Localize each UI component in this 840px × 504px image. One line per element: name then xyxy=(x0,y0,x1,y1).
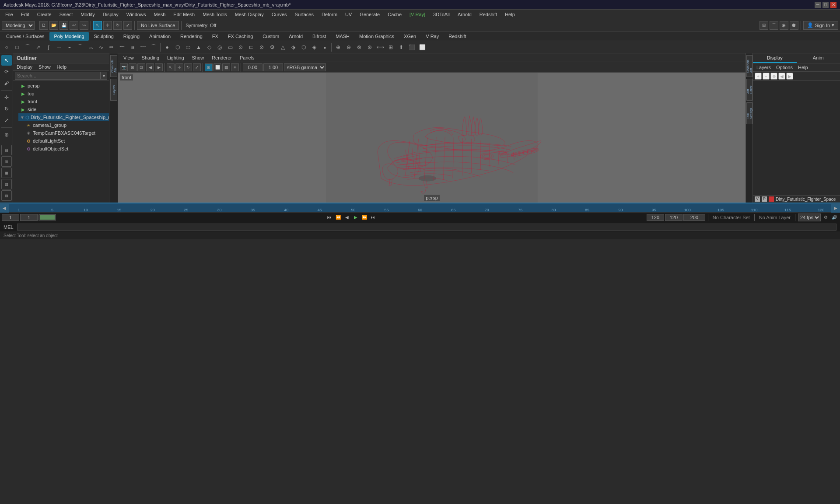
vp-wireframe-btn[interactable]: ⊞ xyxy=(205,63,213,71)
menu-3dtoall[interactable]: 3DToAll xyxy=(430,11,453,18)
vp-menu-show[interactable]: Show xyxy=(189,55,208,61)
range-end-field[interactable] xyxy=(665,214,682,221)
select-btn[interactable]: ↖ xyxy=(1,55,12,66)
extrude-btn[interactable]: ⬆ xyxy=(396,42,406,52)
select-tool-btn[interactable]: ↖ xyxy=(93,21,102,30)
snap-curve-btn[interactable]: ⌒ xyxy=(770,21,778,30)
svgcurve-btn[interactable]: ⬥ xyxy=(320,42,329,52)
rp-help-item[interactable]: Help xyxy=(796,64,810,70)
snap-point-btn[interactable]: ◉ xyxy=(780,21,788,30)
timeline-scroll-right[interactable]: ▶ xyxy=(831,203,840,213)
torus-btn[interactable]: ◎ xyxy=(215,42,224,52)
ol-help-menu[interactable]: Help xyxy=(54,64,70,70)
vp-prev-btn[interactable]: ◀ xyxy=(146,63,154,71)
pipe-btn[interactable]: ⊏ xyxy=(246,42,256,52)
new-file-btn[interactable]: 🗋 xyxy=(39,21,48,30)
menu-edit-mesh[interactable]: Edit Mesh xyxy=(170,11,198,18)
tab-animation[interactable]: Animation xyxy=(145,32,175,41)
subd-btn[interactable]: ◈ xyxy=(309,42,319,52)
tab-rendering[interactable]: Rendering xyxy=(176,32,207,41)
ol-item-tempcam[interactable]: ✳ TempCamFBXASC046Target xyxy=(24,129,109,137)
current-frame-field[interactable] xyxy=(20,214,38,221)
helix-btn[interactable]: ⊘ xyxy=(257,42,266,52)
search-input[interactable] xyxy=(15,72,101,80)
separate-btn[interactable]: ⊖ xyxy=(344,42,354,52)
channels-panel-btn[interactable]: ChannelsAttr xyxy=(110,55,117,77)
vp-texture-btn[interactable]: ▦ xyxy=(222,63,230,71)
component-wave-btn[interactable]: 〰 xyxy=(138,42,148,52)
vp-menu-renderer[interactable]: Renderer xyxy=(208,55,235,61)
step-forward-btn[interactable]: ⏩ xyxy=(360,214,368,221)
rp-icon-delete-layer[interactable]: − xyxy=(763,73,770,80)
rp-icon-next[interactable]: ▶ xyxy=(786,73,793,80)
component-curve5-btn[interactable]: ⌒ xyxy=(75,42,85,52)
disc-btn[interactable]: ⊙ xyxy=(236,42,245,52)
ol-item-default-light-set[interactable]: ⚙ defaultLightSet xyxy=(24,137,109,145)
component-curve2-btn[interactable]: ∫ xyxy=(44,42,53,52)
array-btn[interactable]: ⊞ xyxy=(386,42,396,52)
minimize-button[interactable]: ─ xyxy=(815,2,821,8)
rp-icon-anim-layer[interactable]: ⊕ xyxy=(770,73,777,80)
diamond-btn[interactable]: ◇ xyxy=(204,42,214,52)
tab-bifrost[interactable]: Bifrost xyxy=(308,32,330,41)
cylinder-btn[interactable]: ⬭ xyxy=(183,42,193,52)
sign-in-btn[interactable]: 👤 Sign In ▾ xyxy=(803,21,838,30)
viewport-canvas[interactable]: front persp xyxy=(118,73,746,203)
play-btn[interactable]: ▶ xyxy=(352,214,360,221)
vp-rotate-btn[interactable]: ↻ xyxy=(184,63,192,71)
search-options-btn[interactable]: ▾ xyxy=(101,72,107,80)
rotate-tool-btn[interactable]: ↻ xyxy=(113,21,122,30)
vp-frame-sel-btn[interactable]: ⊡ xyxy=(137,63,145,71)
audio-btn[interactable]: 🔊 xyxy=(830,214,838,221)
vp-value1-field[interactable] xyxy=(243,63,262,71)
skip-to-end-btn[interactable]: ⏭ xyxy=(369,214,377,221)
platonic-btn[interactable]: ⬡ xyxy=(299,42,308,52)
workspace-dropdown[interactable]: Modeling xyxy=(2,21,35,30)
save-file-btn[interactable]: 💾 xyxy=(60,21,68,30)
layout2-btn[interactable]: ▥ xyxy=(1,156,12,167)
play-back-btn[interactable]: ◀ xyxy=(343,214,351,221)
component-bezier-btn[interactable]: ∿ xyxy=(96,42,106,52)
menu-display[interactable]: Display xyxy=(99,11,122,18)
menu-select[interactable]: Select xyxy=(56,11,77,18)
layer-v-check[interactable]: V xyxy=(755,196,760,202)
menu-curves[interactable]: Curves xyxy=(268,11,290,18)
component-spline-btn[interactable]: 〜 xyxy=(117,42,127,52)
move-tool-btn[interactable]: ✛ xyxy=(103,21,112,30)
component-multiline-btn[interactable]: ≋ xyxy=(128,42,137,52)
component-anglebracket-btn[interactable]: ⌒ xyxy=(149,42,158,52)
attribute-editor-btn[interactable]: AttrEditor xyxy=(746,79,752,101)
vp-move-btn[interactable]: ✛ xyxy=(175,63,183,71)
component-curve1-btn[interactable]: ⌒ xyxy=(23,42,32,52)
layout1-btn[interactable]: ▤ xyxy=(1,145,12,155)
paint-btn[interactable]: 🖌 xyxy=(1,78,12,88)
open-file-btn[interactable]: 📂 xyxy=(49,21,58,30)
menu-modify[interactable]: Modify xyxy=(77,11,98,18)
menu-redshift[interactable]: Redshift xyxy=(476,11,500,18)
rp-layers-item[interactable]: Layers xyxy=(755,64,773,70)
component-curve3-btn[interactable]: ⌣ xyxy=(54,42,64,52)
tab-mash[interactable]: MASH xyxy=(331,32,354,41)
prism-btn[interactable]: △ xyxy=(278,42,287,52)
vp-value2-field[interactable] xyxy=(263,63,283,71)
maximize-button[interactable]: □ xyxy=(822,2,829,8)
cone-btn[interactable]: ▲ xyxy=(194,42,203,52)
tab-redshift[interactable]: Redshift xyxy=(444,32,470,41)
scale-tool-btn[interactable]: ⤢ xyxy=(123,21,132,30)
snap-grid-btn[interactable]: ⊞ xyxy=(760,21,768,30)
move-btn[interactable]: ✛ xyxy=(1,92,12,103)
boolean-btn[interactable]: ⊗ xyxy=(354,42,364,52)
layout5-btn[interactable]: ▨ xyxy=(1,190,12,201)
tab-fx-caching[interactable]: FX Caching xyxy=(224,32,257,41)
tool-settings-btn[interactable]: ToolSettings xyxy=(746,102,752,124)
vp-menu-shading[interactable]: Shading xyxy=(138,55,163,61)
menu-edit[interactable]: Edit xyxy=(18,11,33,18)
layout3-btn[interactable]: ▦ xyxy=(1,168,12,178)
redo-btn[interactable]: ↪ xyxy=(80,21,88,30)
tab-custom[interactable]: Custom xyxy=(258,32,284,41)
layer-p-check[interactable]: P xyxy=(762,196,767,202)
sphere-btn[interactable]: ● xyxy=(162,42,172,52)
tab-poly-modeling[interactable]: Poly Modeling xyxy=(49,32,88,41)
close-button[interactable]: ✕ xyxy=(830,2,836,8)
tab-rigging[interactable]: Rigging xyxy=(119,32,144,41)
